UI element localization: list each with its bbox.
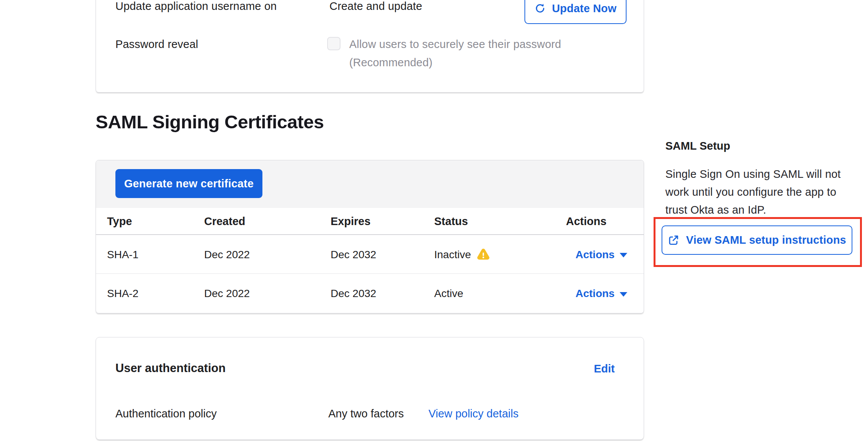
cert-type: SHA-1 [107,249,138,261]
column-header-expires: Expires [331,215,371,227]
status-text: Inactive [434,249,471,261]
refresh-icon [534,3,546,14]
authentication-policy-value: Any two factors [328,407,404,420]
authentication-policy-label: Authentication policy [115,407,217,420]
view-policy-details-link[interactable]: View policy details [428,407,518,420]
cert-created: Dec 2022 [204,249,250,261]
caret-down-icon [620,292,627,297]
table-header-row: Type Created Expires Status Actions [96,208,644,235]
username-update-label: Update application username on [115,0,277,13]
column-header-actions: Actions [566,215,606,227]
user-authentication-card: User authentication Edit Authentication … [96,337,644,440]
external-link-icon [668,235,679,246]
update-now-button[interactable]: Update Now [524,0,627,24]
column-header-created: Created [204,215,245,227]
cert-expires: Dec 2032 [331,288,376,300]
saml-setup-title: SAML Setup [665,140,730,152]
column-header-status: Status [434,215,468,227]
user-authentication-title: User authentication [115,361,225,375]
password-reveal-recommended-text: (Recommended) [349,56,433,69]
page: Update application username on Create an… [0,0,868,441]
column-header-type: Type [107,215,132,227]
table-row: SHA-1 Dec 2022 Dec 2032 Inactive Actions [96,236,644,274]
cert-status: Inactive [434,248,490,262]
password-reveal-checkbox-text: Allow users to securely see their passwo… [349,38,561,51]
username-update-value: Create and update [329,0,422,13]
cert-created: Dec 2022 [204,288,250,300]
page-title: SAML Signing Certificates [96,111,324,133]
cert-expires: Dec 2032 [331,249,376,261]
actions-label: Actions [575,249,615,261]
warning-triangle-icon [476,248,490,262]
actions-dropdown[interactable]: Actions [575,288,627,300]
actions-dropdown[interactable]: Actions [575,249,627,261]
edit-link[interactable]: Edit [594,363,615,375]
view-saml-instructions-label: View SAML setup instructions [686,234,846,246]
saml-certificates-card: Generate new certificate Type Created Ex… [96,160,644,313]
actions-label: Actions [575,288,615,300]
table-row: SHA-2 Dec 2022 Dec 2032 Active Actions [96,274,644,313]
view-saml-instructions-button[interactable]: View SAML setup instructions [662,225,852,255]
password-reveal-checkbox[interactable] [327,37,340,50]
saml-setup-description: Single Sign On using SAML will not work … [665,165,860,219]
cert-type: SHA-2 [107,288,138,300]
app-settings-card: Update application username on Create an… [96,0,644,93]
cert-status: Active [434,288,463,300]
update-now-label: Update Now [552,2,617,15]
password-reveal-label: Password reveal [115,38,198,51]
caret-down-icon [620,253,627,257]
generate-certificate-button[interactable]: Generate new certificate [115,169,262,198]
